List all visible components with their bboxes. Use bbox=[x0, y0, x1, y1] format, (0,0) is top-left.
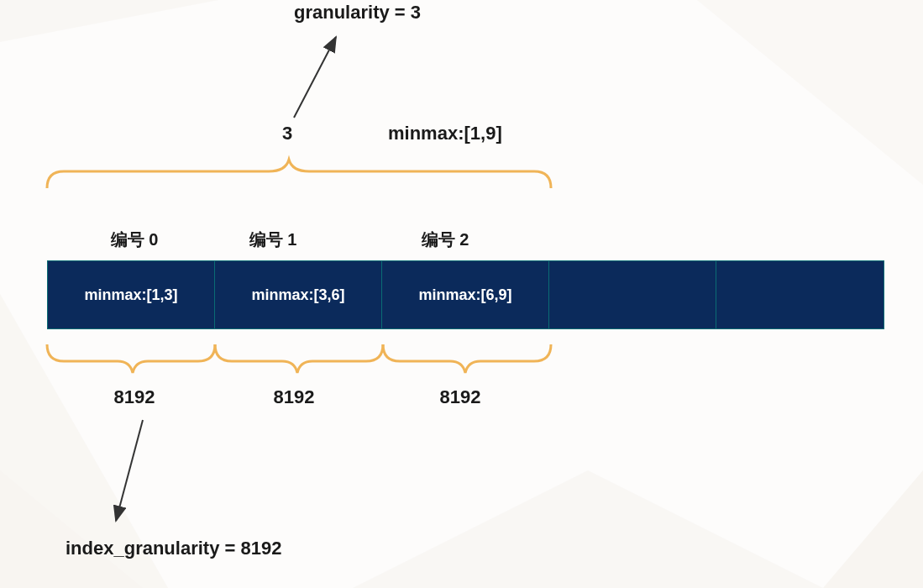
block-size-1: 8192 bbox=[210, 386, 378, 408]
brace-bottom-1 bbox=[215, 344, 383, 373]
granule-cell-2: minmax:[6,9] bbox=[382, 261, 549, 328]
diagram-canvas: granularity = 3 3 minmax:[1,9] 编号 0 编号 1… bbox=[0, 0, 923, 588]
granule-cell-4-empty bbox=[716, 261, 884, 328]
brace-bottom-2 bbox=[383, 344, 551, 373]
brace-bottom-0 bbox=[47, 344, 215, 373]
index-granularity-label: index_granularity = 8192 bbox=[66, 538, 281, 559]
svg-marker-1 bbox=[697, 0, 923, 185]
granule-cell-0: minmax:[1,3] bbox=[48, 261, 215, 328]
svg-marker-5 bbox=[0, 470, 143, 588]
block-label-1: 编号 1 bbox=[189, 228, 357, 251]
arrow-index-granularity bbox=[116, 420, 143, 521]
granularity-label: granularity = 3 bbox=[294, 2, 421, 24]
granule-row: minmax:[1,3] minmax:[3,6] minmax:[6,9] bbox=[47, 260, 884, 329]
svg-marker-3 bbox=[353, 470, 823, 588]
arrow-granularity bbox=[294, 37, 336, 118]
block-size-0: 8192 bbox=[50, 386, 218, 408]
granularity-value: 3 bbox=[282, 123, 292, 144]
minmax-full-range: minmax:[1,9] bbox=[388, 123, 502, 144]
block-label-2: 编号 2 bbox=[361, 228, 529, 251]
brace-top bbox=[47, 160, 551, 188]
granule-cell-1: minmax:[3,6] bbox=[215, 261, 382, 328]
granule-cell-3-empty bbox=[549, 261, 716, 328]
block-size-2: 8192 bbox=[376, 386, 544, 408]
svg-marker-4 bbox=[823, 470, 923, 588]
svg-marker-0 bbox=[0, 0, 218, 42]
